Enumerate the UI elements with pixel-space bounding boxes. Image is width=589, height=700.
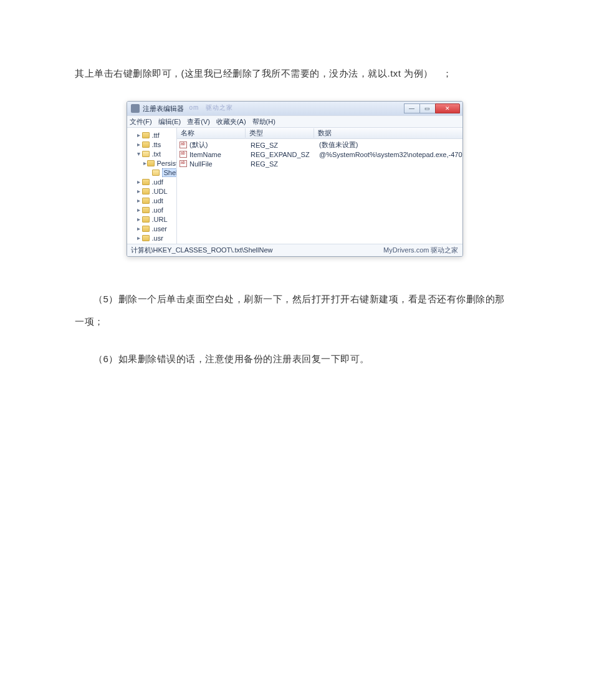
maximize-button[interactable]: ▭ — [419, 103, 436, 113]
folder-open-icon — [142, 151, 150, 157]
regedit-window: 注册表编辑器 om 驱动之家 — ▭ ✕ 文件(F) 编辑(E) 查看(V) 收… — [127, 101, 463, 257]
expand-icon[interactable]: ▸ — [136, 216, 141, 223]
status-bar: 计算机\HKEY_CLASSES_ROOT\.txt\ShellNew MyDr… — [127, 244, 462, 256]
tree-pane[interactable]: ▸ .ttf ▸ .tts ▾ .txt ▸ Persisten — [127, 128, 178, 244]
status-path: 计算机\HKEY_CLASSES_ROOT\.txt\ShellNew — [131, 246, 273, 255]
table-row[interactable]: NullFile REG_SZ — [177, 159, 462, 168]
string-value-icon — [180, 160, 187, 167]
menu-bar: 文件(F) 编辑(E) 查看(V) 收藏夹(A) 帮助(H) — [127, 115, 462, 128]
col-data[interactable]: 数据 — [314, 128, 462, 138]
menu-help[interactable]: 帮助(H) — [252, 117, 275, 127]
column-headers[interactable]: 名称 类型 数据 — [177, 128, 462, 139]
regedit-body: ▸ .ttf ▸ .tts ▾ .txt ▸ Persisten — [127, 128, 462, 244]
value-type: REG_SZ — [247, 160, 315, 168]
menu-favorites[interactable]: 收藏夹(A) — [216, 117, 246, 127]
tree-label: PersistentHandler — [157, 160, 178, 167]
folder-icon — [142, 207, 150, 213]
tree-label: .user — [152, 225, 167, 233]
tree-node-ttf[interactable]: ▸ .ttf — [130, 130, 176, 140]
value-name: ItemName — [189, 151, 247, 158]
tree-label: .tts — [152, 141, 161, 148]
minimize-button[interactable]: — — [404, 103, 420, 113]
folder-open-icon — [152, 170, 160, 176]
close-button[interactable]: ✕ — [435, 103, 460, 113]
menu-edit[interactable]: 编辑(E) — [158, 117, 181, 127]
window-title: 注册表编辑器 — [143, 104, 184, 113]
expand-icon[interactable]: ▸ — [136, 225, 141, 232]
paragraph-step-6: （6）如果删除错误的话，注意使用备份的注册表回复一下即可。 — [75, 348, 514, 370]
tree-label: .usr — [152, 234, 163, 242]
folder-icon — [142, 226, 150, 232]
tree-node-va[interactable]: ▸ .va — [130, 242, 176, 244]
watermark-bottom: MyDrivers.com 驱动之家 — [383, 246, 458, 255]
tree-node-shellnew[interactable]: ShellNew — [130, 168, 176, 177]
tree-label: .UDL — [152, 188, 168, 195]
folder-icon — [142, 141, 150, 148]
tree-node-url[interactable]: ▸ .URL — [130, 214, 176, 224]
collapse-icon[interactable]: ▾ — [136, 150, 141, 157]
folder-icon — [142, 188, 150, 194]
expand-icon[interactable]: ▸ — [136, 197, 141, 204]
tree-node-udl[interactable]: ▸ .UDL — [130, 186, 176, 196]
tree-node-uof[interactable]: ▸ .uof — [130, 205, 176, 214]
folder-icon — [142, 216, 150, 223]
value-data: (数值未设置) — [315, 140, 462, 150]
table-row[interactable]: (默认) REG_SZ (数值未设置) — [177, 140, 462, 150]
folder-icon — [142, 235, 150, 241]
menu-file[interactable]: 文件(F) — [130, 117, 152, 127]
value-type: REG_SZ — [247, 141, 315, 149]
tree-node-txt[interactable]: ▾ .txt — [130, 149, 176, 158]
app-icon — [131, 104, 140, 113]
tree-label: .va — [152, 244, 161, 244]
table-row[interactable]: ItemName REG_EXPAND_SZ @%SystemRoot%\sys… — [177, 150, 462, 159]
tree-label: .udt — [152, 197, 163, 204]
tree-label: .URL — [152, 216, 168, 223]
tree-node-usr[interactable]: ▸ .usr — [130, 233, 176, 242]
tree-node-udf[interactable]: ▸ .udf — [130, 177, 176, 186]
tree-label: .uof — [152, 206, 163, 214]
expand-icon[interactable]: ▸ — [143, 160, 146, 166]
values-pane: 名称 类型 数据 (默认) REG_SZ (数值未设置) ItemName RE… — [177, 128, 462, 244]
watermark-top: om 驱动之家 — [189, 103, 234, 112]
value-name: NullFile — [189, 160, 247, 168]
expand-icon[interactable]: ▸ — [136, 206, 141, 213]
tree-node-user[interactable]: ▸ .user — [130, 224, 176, 233]
folder-icon — [142, 198, 150, 204]
value-name: (默认) — [189, 140, 247, 150]
menu-view[interactable]: 查看(V) — [187, 117, 210, 127]
paragraph-intro: 其上单击右键删除即可，(这里我已经删除了我所不需要的，没办法，就以.txt 为例… — [75, 62, 514, 85]
folder-icon — [147, 160, 155, 166]
col-name[interactable]: 名称 — [177, 128, 246, 138]
value-data: @%SystemRoot%\system32\notepad.exe,-470 — [315, 151, 462, 158]
tree-label: .ttf — [152, 132, 160, 139]
expand-icon[interactable]: ▸ — [136, 141, 141, 148]
tree-node-tts[interactable]: ▸ .tts — [130, 140, 176, 149]
tree-label: .udf — [152, 178, 163, 186]
tree-node-udt[interactable]: ▸ .udt — [130, 196, 176, 205]
tree-label-selected: ShellNew — [162, 168, 178, 177]
expand-icon[interactable]: ▸ — [136, 132, 141, 138]
tree-node-persistenthandler[interactable]: ▸ PersistentHandler — [130, 158, 176, 168]
value-type: REG_EXPAND_SZ — [247, 151, 315, 158]
window-titlebar[interactable]: 注册表编辑器 om 驱动之家 — ▭ ✕ — [127, 102, 462, 115]
screenshot-container: 注册表编辑器 om 驱动之家 — ▭ ✕ 文件(F) 编辑(E) 查看(V) 收… — [75, 101, 514, 257]
expand-icon[interactable]: ▸ — [136, 234, 141, 241]
expand-icon[interactable]: ▸ — [136, 188, 141, 194]
tree-label: .txt — [152, 150, 161, 158]
col-type[interactable]: 类型 — [246, 128, 314, 138]
expand-icon[interactable]: ▸ — [136, 178, 141, 185]
string-value-icon — [180, 151, 187, 158]
folder-icon — [142, 179, 150, 185]
folder-icon — [142, 132, 150, 138]
paragraph-step-5: （5）删除一个后单击桌面空白处，刷新一下，然后打开打开右键新建项，看是否还有你删… — [75, 288, 514, 333]
string-value-icon — [180, 141, 187, 148]
values-rows: (默认) REG_SZ (数值未设置) ItemName REG_EXPAND_… — [177, 139, 462, 244]
